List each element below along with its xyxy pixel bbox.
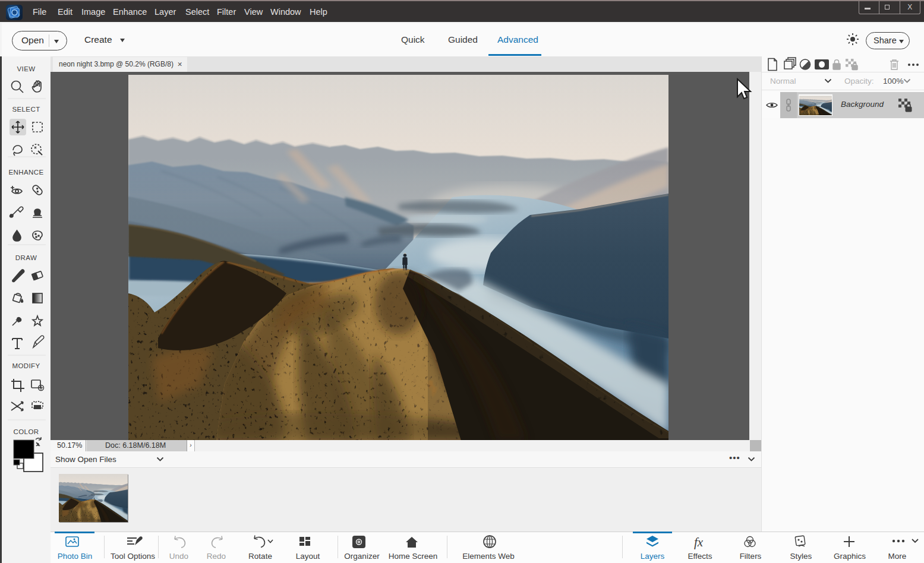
svg-text:fx: fx [694, 535, 704, 549]
